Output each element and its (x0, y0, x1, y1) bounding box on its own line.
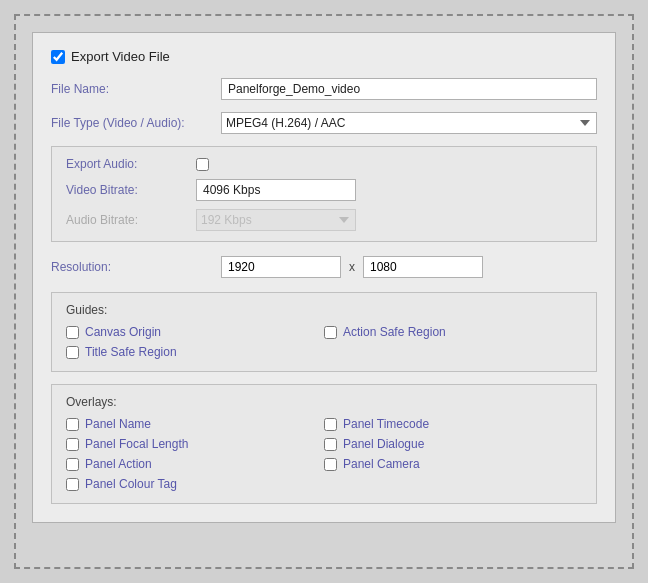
export-panel: Export Video File File Name: File Type (… (32, 32, 616, 523)
export-audio-checkbox[interactable] (196, 158, 209, 171)
panel-action-checkbox[interactable] (66, 458, 79, 471)
resolution-height-input[interactable] (363, 256, 483, 278)
export-video-checkbox[interactable] (51, 50, 65, 64)
file-type-row: File Type (Video / Audio): MPEG4 (H.264)… (51, 112, 597, 134)
panel-colour-tag-checkbox[interactable] (66, 478, 79, 491)
title-safe-region-checkbox[interactable] (66, 346, 79, 359)
overlays-section: Overlays: Panel Name Panel Timecode Pane… (51, 384, 597, 504)
canvas-origin-label[interactable]: Canvas Origin (85, 325, 161, 339)
guides-title: Guides: (66, 303, 582, 317)
list-item: Title Safe Region (66, 345, 324, 359)
panel-colour-tag-label[interactable]: Panel Colour Tag (85, 477, 177, 491)
list-item: Panel Dialogue (324, 437, 582, 451)
bitrate-section: Export Audio: Video Bitrate: Audio Bitra… (51, 146, 597, 242)
guides-checkboxes: Canvas Origin Action Safe Region Title S… (66, 325, 582, 359)
resolution-label: Resolution: (51, 260, 221, 274)
export-audio-label: Export Audio: (66, 157, 196, 171)
panel-camera-checkbox[interactable] (324, 458, 337, 471)
list-item: Panel Action (66, 457, 324, 471)
video-bitrate-row: Video Bitrate: (66, 179, 582, 201)
action-safe-region-checkbox[interactable] (324, 326, 337, 339)
file-type-label: File Type (Video / Audio): (51, 116, 221, 130)
panel-header: Export Video File (51, 49, 597, 64)
list-item: Panel Camera (324, 457, 582, 471)
file-name-input[interactable] (221, 78, 597, 100)
overlays-title: Overlays: (66, 395, 582, 409)
list-item: Canvas Origin (66, 325, 324, 339)
panel-action-label[interactable]: Panel Action (85, 457, 152, 471)
canvas-origin-checkbox[interactable] (66, 326, 79, 339)
export-audio-row: Export Audio: (66, 157, 582, 171)
list-item: Panel Focal Length (66, 437, 324, 451)
panel-timecode-checkbox[interactable] (324, 418, 337, 431)
export-video-label: Export Video File (71, 49, 170, 64)
list-item: Panel Colour Tag (66, 477, 324, 491)
panel-dialogue-label[interactable]: Panel Dialogue (343, 437, 424, 451)
resolution-row: Resolution: x (51, 256, 597, 278)
resolution-separator: x (349, 260, 355, 274)
panel-name-checkbox[interactable] (66, 418, 79, 431)
file-type-select[interactable]: MPEG4 (H.264) / AAC (221, 112, 597, 134)
panel-timecode-label[interactable]: Panel Timecode (343, 417, 429, 431)
resolution-width-input[interactable] (221, 256, 341, 278)
panel-focal-length-checkbox[interactable] (66, 438, 79, 451)
panel-dialogue-checkbox[interactable] (324, 438, 337, 451)
audio-bitrate-row: Audio Bitrate: 192 Kbps (66, 209, 582, 231)
audio-bitrate-label: Audio Bitrate: (66, 213, 196, 227)
audio-bitrate-select: 192 Kbps (196, 209, 356, 231)
file-name-label: File Name: (51, 82, 221, 96)
action-safe-region-label[interactable]: Action Safe Region (343, 325, 446, 339)
file-name-row: File Name: (51, 78, 597, 100)
guides-section: Guides: Canvas Origin Action Safe Region… (51, 292, 597, 372)
video-bitrate-input[interactable] (196, 179, 356, 201)
overlays-checkboxes: Panel Name Panel Timecode Panel Focal Le… (66, 417, 582, 491)
panel-camera-label[interactable]: Panel Camera (343, 457, 420, 471)
panel-focal-length-label[interactable]: Panel Focal Length (85, 437, 188, 451)
list-item: Panel Timecode (324, 417, 582, 431)
panel-name-label[interactable]: Panel Name (85, 417, 151, 431)
video-bitrate-label: Video Bitrate: (66, 183, 196, 197)
outer-border: Export Video File File Name: File Type (… (14, 14, 634, 569)
list-item: Panel Name (66, 417, 324, 431)
list-item: Action Safe Region (324, 325, 582, 339)
title-safe-region-label[interactable]: Title Safe Region (85, 345, 177, 359)
